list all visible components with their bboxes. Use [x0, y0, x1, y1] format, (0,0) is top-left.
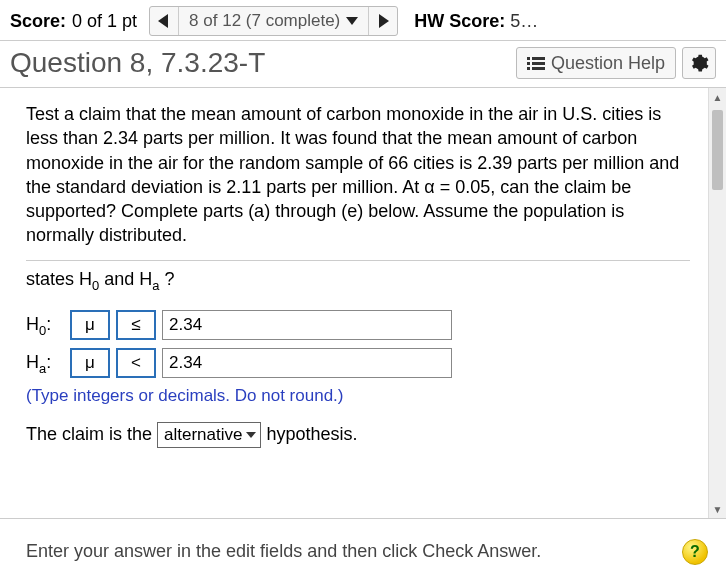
- svg-marker-0: [158, 14, 168, 28]
- ha-relation-select[interactable]: <: [116, 348, 156, 378]
- svg-rect-2: [527, 57, 530, 60]
- list-icon: [527, 56, 545, 70]
- question-nav-dropdown[interactable]: 8 of 12 (7 complete): [178, 7, 369, 35]
- ha-value-input[interactable]: [162, 348, 452, 378]
- question-help-label: Question Help: [551, 53, 665, 74]
- claim-row: The claim is the alternative hypothesis.: [26, 422, 690, 448]
- next-question-button[interactable]: [369, 7, 397, 35]
- svg-rect-7: [532, 67, 545, 70]
- claim-hypothesis-select[interactable]: alternative: [157, 422, 261, 448]
- svg-rect-6: [527, 67, 530, 70]
- input-hint: (Type integers or decimals. Do not round…: [26, 386, 690, 406]
- problem-statement: Test a claim that the mean amount of car…: [26, 102, 690, 248]
- sub-prompt: states H0 and Ha ?: [26, 269, 690, 293]
- question-title: Question 8, 7.3.23-T: [10, 47, 516, 79]
- footer: Enter your answer in the edit fields and…: [0, 518, 726, 572]
- ha-label: Ha:: [26, 352, 64, 376]
- score-label: Score:: [10, 11, 66, 32]
- chevron-down-icon: [346, 17, 358, 25]
- hw-score-value: 5…: [510, 11, 538, 32]
- scroll-track[interactable]: [709, 106, 726, 500]
- vertical-scrollbar[interactable]: ▲ ▼: [708, 88, 726, 518]
- h0-row: H0: μ ≤: [26, 310, 690, 340]
- ha-row: Ha: μ <: [26, 348, 690, 378]
- question-nav: 8 of 12 (7 complete): [149, 6, 398, 36]
- hw-score: HW Score: 5…: [414, 11, 538, 32]
- title-bar: Question 8, 7.3.23-T Question Help: [0, 41, 726, 88]
- h0-relation-select[interactable]: ≤: [116, 310, 156, 340]
- claim-post: hypothesis.: [261, 424, 357, 444]
- scroll-up-button[interactable]: ▲: [709, 88, 726, 106]
- scroll-down-button[interactable]: ▼: [709, 500, 726, 518]
- settings-button[interactable]: [682, 47, 716, 79]
- h0-label: H0:: [26, 314, 64, 338]
- nav-position-text: 8 of 12 (7 complete): [189, 11, 340, 31]
- svg-rect-3: [532, 57, 545, 60]
- scroll-thumb[interactable]: [712, 110, 723, 190]
- question-content: Test a claim that the mean amount of car…: [0, 88, 708, 518]
- gear-icon: [689, 53, 709, 73]
- top-bar: Score: 0 of 1 pt 8 of 12 (7 complete) HW…: [0, 0, 726, 41]
- prev-question-button[interactable]: [150, 7, 178, 35]
- content-area: Test a claim that the mean amount of car…: [0, 88, 726, 518]
- claim-pre: The claim is the: [26, 424, 157, 444]
- svg-marker-1: [379, 14, 389, 28]
- question-help-button[interactable]: Question Help: [516, 47, 676, 79]
- h0-parameter-select[interactable]: μ: [70, 310, 110, 340]
- ha-parameter-select[interactable]: μ: [70, 348, 110, 378]
- hw-score-label: HW Score:: [414, 11, 505, 31]
- svg-rect-4: [527, 62, 530, 65]
- svg-rect-5: [532, 62, 545, 65]
- divider: [26, 260, 690, 261]
- help-badge-button[interactable]: ?: [682, 539, 708, 565]
- chevron-down-icon: [246, 432, 256, 438]
- score-value: 0 of 1 pt: [72, 11, 137, 32]
- footer-instruction: Enter your answer in the edit fields and…: [26, 541, 541, 562]
- h0-value-input[interactable]: [162, 310, 452, 340]
